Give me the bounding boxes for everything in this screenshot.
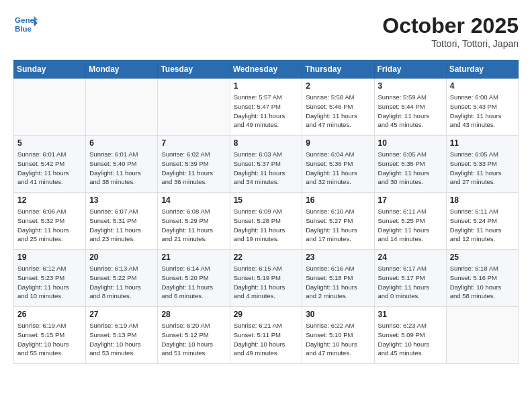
week-row-4: 19Sunrise: 6:12 AM Sunset: 5:23 PM Dayli…: [14, 250, 519, 307]
logo: General Blue: [13, 13, 38, 35]
day-info: Sunrise: 6:19 AM Sunset: 5:15 PM Dayligh…: [17, 321, 82, 358]
day-info: Sunrise: 6:01 AM Sunset: 5:40 PM Dayligh…: [89, 150, 154, 187]
day-info: Sunrise: 5:59 AM Sunset: 5:44 PM Dayligh…: [378, 93, 443, 130]
calendar-cell: [14, 79, 86, 136]
logo-icon: General Blue: [13, 13, 38, 35]
header-thursday: Thursday: [302, 60, 374, 79]
day-number: 6: [89, 138, 154, 148]
calendar-cell: 12Sunrise: 6:06 AM Sunset: 5:32 PM Dayli…: [14, 193, 86, 250]
calendar-cell: 8Sunrise: 6:03 AM Sunset: 5:37 PM Daylig…: [230, 136, 302, 193]
calendar-cell: 27Sunrise: 6:19 AM Sunset: 5:13 PM Dayli…: [86, 307, 158, 364]
day-number: 4: [450, 81, 515, 91]
day-number: 30: [306, 310, 370, 319]
day-number: 3: [378, 81, 443, 91]
day-number: 26: [17, 310, 82, 319]
day-info: Sunrise: 6:23 AM Sunset: 5:09 PM Dayligh…: [378, 321, 443, 358]
day-info: Sunrise: 6:18 AM Sunset: 5:16 PM Dayligh…: [450, 264, 515, 301]
calendar-cell: 31Sunrise: 6:23 AM Sunset: 5:09 PM Dayli…: [374, 307, 446, 364]
day-info: Sunrise: 6:11 AM Sunset: 5:25 PM Dayligh…: [378, 207, 443, 244]
day-number: 12: [17, 195, 82, 205]
calendar-cell: 11Sunrise: 6:05 AM Sunset: 5:33 PM Dayli…: [446, 136, 518, 193]
day-number: 15: [234, 195, 299, 205]
day-number: 1: [234, 81, 299, 91]
weekday-header-row: Sunday Monday Tuesday Wednesday Thursday…: [14, 60, 519, 79]
calendar-cell: 1Sunrise: 5:57 AM Sunset: 5:47 PM Daylig…: [230, 79, 302, 136]
day-number: 20: [89, 253, 154, 262]
day-info: Sunrise: 6:06 AM Sunset: 5:32 PM Dayligh…: [17, 207, 82, 244]
week-row-3: 12Sunrise: 6:06 AM Sunset: 5:32 PM Dayli…: [14, 193, 519, 250]
page-header: General Blue October 2025 Tottori, Totto…: [13, 13, 519, 49]
calendar-cell: 2Sunrise: 5:58 AM Sunset: 5:46 PM Daylig…: [302, 79, 374, 136]
day-info: Sunrise: 6:15 AM Sunset: 5:19 PM Dayligh…: [234, 264, 299, 301]
day-info: Sunrise: 6:20 AM Sunset: 5:12 PM Dayligh…: [161, 321, 226, 358]
day-info: Sunrise: 6:17 AM Sunset: 5:17 PM Dayligh…: [378, 264, 443, 301]
calendar-cell: 25Sunrise: 6:18 AM Sunset: 5:16 PM Dayli…: [446, 250, 518, 307]
header-friday: Friday: [374, 60, 446, 79]
day-number: 2: [306, 81, 370, 91]
calendar-title: October 2025: [382, 13, 519, 38]
title-block: October 2025 Tottori, Tottori, Japan: [382, 13, 519, 49]
calendar-cell: 28Sunrise: 6:20 AM Sunset: 5:12 PM Dayli…: [158, 307, 230, 364]
day-info: Sunrise: 5:57 AM Sunset: 5:47 PM Dayligh…: [234, 93, 299, 130]
day-info: Sunrise: 6:11 AM Sunset: 5:24 PM Dayligh…: [450, 207, 515, 244]
calendar-cell: 20Sunrise: 6:13 AM Sunset: 5:22 PM Dayli…: [86, 250, 158, 307]
day-number: 11: [450, 138, 515, 148]
day-info: Sunrise: 6:03 AM Sunset: 5:37 PM Dayligh…: [234, 150, 299, 187]
calendar-cell: 10Sunrise: 6:05 AM Sunset: 5:35 PM Dayli…: [374, 136, 446, 193]
calendar-cell: 29Sunrise: 6:21 AM Sunset: 5:11 PM Dayli…: [230, 307, 302, 364]
calendar-cell: [446, 307, 518, 364]
day-info: Sunrise: 6:05 AM Sunset: 5:33 PM Dayligh…: [450, 150, 515, 187]
day-number: 7: [161, 138, 226, 148]
day-number: 10: [378, 138, 443, 148]
day-info: Sunrise: 6:00 AM Sunset: 5:43 PM Dayligh…: [450, 93, 515, 130]
day-info: Sunrise: 6:10 AM Sunset: 5:27 PM Dayligh…: [306, 207, 370, 244]
day-info: Sunrise: 6:08 AM Sunset: 5:29 PM Dayligh…: [161, 207, 226, 244]
day-number: 16: [306, 195, 370, 205]
week-row-5: 26Sunrise: 6:19 AM Sunset: 5:15 PM Dayli…: [14, 307, 519, 364]
calendar-cell: 26Sunrise: 6:19 AM Sunset: 5:15 PM Dayli…: [14, 307, 86, 364]
calendar-table: Sunday Monday Tuesday Wednesday Thursday…: [13, 60, 519, 364]
day-info: Sunrise: 6:09 AM Sunset: 5:28 PM Dayligh…: [234, 207, 299, 244]
calendar-cell: 24Sunrise: 6:17 AM Sunset: 5:17 PM Dayli…: [374, 250, 446, 307]
week-row-1: 1Sunrise: 5:57 AM Sunset: 5:47 PM Daylig…: [14, 79, 519, 136]
calendar-cell: 23Sunrise: 6:16 AM Sunset: 5:18 PM Dayli…: [302, 250, 374, 307]
calendar-cell: 4Sunrise: 6:00 AM Sunset: 5:43 PM Daylig…: [446, 79, 518, 136]
calendar-cell: 5Sunrise: 6:01 AM Sunset: 5:42 PM Daylig…: [14, 136, 86, 193]
calendar-cell: 18Sunrise: 6:11 AM Sunset: 5:24 PM Dayli…: [446, 193, 518, 250]
header-monday: Monday: [86, 60, 158, 79]
calendar-cell: 30Sunrise: 6:22 AM Sunset: 5:10 PM Dayli…: [302, 307, 374, 364]
header-sunday: Sunday: [14, 60, 86, 79]
day-info: Sunrise: 6:16 AM Sunset: 5:18 PM Dayligh…: [306, 264, 370, 301]
day-info: Sunrise: 6:22 AM Sunset: 5:10 PM Dayligh…: [306, 321, 370, 358]
svg-text:Blue: Blue: [15, 25, 32, 33]
day-info: Sunrise: 6:19 AM Sunset: 5:13 PM Dayligh…: [89, 321, 154, 358]
day-number: 21: [161, 253, 226, 262]
day-info: Sunrise: 6:12 AM Sunset: 5:23 PM Dayligh…: [17, 264, 82, 301]
calendar-cell: 13Sunrise: 6:07 AM Sunset: 5:31 PM Dayli…: [86, 193, 158, 250]
day-number: 17: [378, 195, 443, 205]
day-number: 14: [161, 195, 226, 205]
day-info: Sunrise: 6:13 AM Sunset: 5:22 PM Dayligh…: [89, 264, 154, 301]
header-tuesday: Tuesday: [158, 60, 230, 79]
day-number: 9: [306, 138, 370, 148]
calendar-cell: [86, 79, 158, 136]
day-number: 22: [234, 253, 299, 262]
day-info: Sunrise: 6:14 AM Sunset: 5:20 PM Dayligh…: [161, 264, 226, 301]
calendar-cell: 15Sunrise: 6:09 AM Sunset: 5:28 PM Dayli…: [230, 193, 302, 250]
day-number: 27: [89, 310, 154, 319]
day-info: Sunrise: 5:58 AM Sunset: 5:46 PM Dayligh…: [306, 93, 370, 130]
calendar-cell: 17Sunrise: 6:11 AM Sunset: 5:25 PM Dayli…: [374, 193, 446, 250]
day-number: 24: [378, 253, 443, 262]
day-number: 31: [378, 310, 443, 319]
day-info: Sunrise: 6:04 AM Sunset: 5:36 PM Dayligh…: [306, 150, 370, 187]
day-info: Sunrise: 6:21 AM Sunset: 5:11 PM Dayligh…: [234, 321, 299, 358]
day-number: 8: [234, 138, 299, 148]
day-number: 23: [306, 253, 370, 262]
day-number: 18: [450, 195, 515, 205]
day-info: Sunrise: 6:07 AM Sunset: 5:31 PM Dayligh…: [89, 207, 154, 244]
calendar-cell: 19Sunrise: 6:12 AM Sunset: 5:23 PM Dayli…: [14, 250, 86, 307]
calendar-cell: 14Sunrise: 6:08 AM Sunset: 5:29 PM Dayli…: [158, 193, 230, 250]
calendar-cell: 22Sunrise: 6:15 AM Sunset: 5:19 PM Dayli…: [230, 250, 302, 307]
day-info: Sunrise: 6:05 AM Sunset: 5:35 PM Dayligh…: [378, 150, 443, 187]
day-number: 28: [161, 310, 226, 319]
